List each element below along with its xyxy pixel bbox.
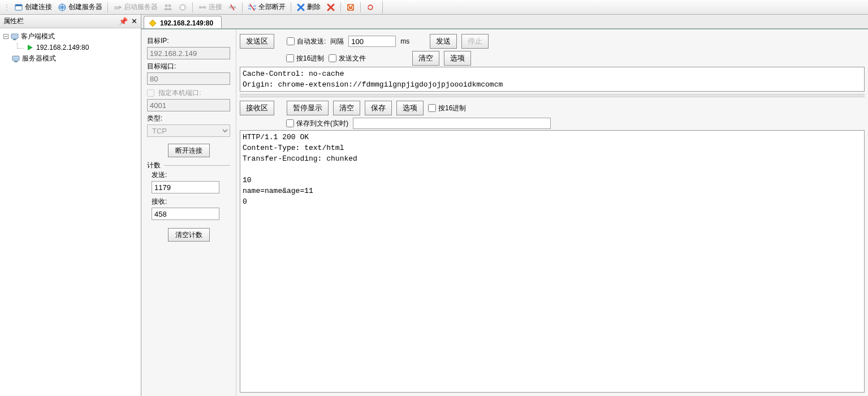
diamond-icon [149,19,157,27]
svg-rect-11 [201,7,204,8]
users-button[interactable] [161,2,175,13]
toolbar-divider [107,2,108,12]
toolbar-label: 创建连接 [25,2,52,12]
users-icon [163,3,172,12]
recv-save-file-checkbox[interactable]: 保存到文件(实时) [286,119,348,128]
disconnect-all-button[interactable]: 全部断开 [245,1,288,13]
power-button[interactable] [343,2,358,13]
pin-icon[interactable]: 📌 [119,17,128,25]
tree-label: 客户端模式 [21,32,55,41]
recv-pause-button[interactable]: 暂停显示 [287,101,329,115]
svg-rect-29 [13,39,16,40]
recv-save-button[interactable]: 保存 [365,101,392,115]
interval-label: 间隔 [330,37,344,46]
connection-properties: 目标IP: 目标端口: 指定本机端口: 类型: TCP 断开连接 计数 发送: [141,29,236,396]
tree-label: 192.168.2.149:80 [36,44,89,51]
receive-panel: 接收区 暂停显示 清空 保存 选项 按16进制 保存到文件(实时) [240,100,865,393]
tree-expander-icon[interactable]: − [3,34,8,39]
recv-options-button[interactable]: 选项 [396,101,424,115]
local-port-input [147,99,230,111]
svg-rect-16 [253,5,256,7]
svg-point-6 [169,4,171,7]
disconnect-all-icon [248,3,257,12]
svg-rect-3 [114,6,119,10]
target-port-input [147,72,230,85]
toolbar-label: 启动服务器 [124,2,158,12]
clear-counter-button[interactable]: 清空计数 [168,228,210,242]
tree-node-server-mode[interactable]: 服务器模式 [1,53,140,64]
tree-node-client-mode[interactable]: − 客户端模式 [1,31,140,42]
toolbar-divider [340,2,341,12]
sidebar-title: 属性栏 [3,16,24,26]
play-icon [26,44,34,51]
target-port-label: 目标端口: [147,62,230,71]
toolbar-label: 删除 [307,2,321,12]
interval-unit: ms [400,37,409,45]
create-connection-icon [14,3,23,12]
target-ip-input [147,47,230,59]
send-hex-checkbox[interactable]: 按16进制 [286,54,324,63]
stop-icon-button[interactable] [175,2,190,13]
delete-button[interactable]: 删除 [293,1,323,13]
send-file-checkbox[interactable]: 发送文件 [329,54,366,63]
disconnect-button[interactable]: 断开连接 [168,144,210,157]
send-options-button[interactable]: 选项 [444,51,471,66]
send-count-input[interactable] [152,181,219,193]
toolbar-divider [242,2,243,12]
computer-icon [12,55,20,63]
svg-rect-13 [233,6,236,8]
toolbar-divider [192,2,193,12]
target-ip-label: 目标IP: [147,36,230,46]
tab-strip: 192.168.2.149:80 [141,15,868,29]
stop-circle-icon [178,3,187,12]
send-button[interactable]: 发送 [430,34,457,49]
close-icon[interactable]: ✕ [131,17,137,25]
send-clear-button[interactable]: 清空 [412,51,439,66]
tab-connection[interactable]: 192.168.2.149:80 [144,16,222,28]
interval-input[interactable] [348,36,396,47]
tree-label: 服务器模式 [22,54,56,63]
type-select: TCP [147,124,230,137]
connect-button[interactable]: 连接 [195,1,225,13]
grip-icon: ⋮ [2,3,11,11]
tree-node-connection[interactable]: 192.168.2.149:80 [1,42,140,53]
counter-legend: 计数 [147,161,164,170]
svg-marker-4 [119,6,122,9]
recv-textarea[interactable] [240,130,865,393]
horizontal-splitter[interactable] [240,94,865,97]
auto-send-checkbox[interactable]: 自动发送: [287,37,326,46]
type-label: 类型: [147,114,230,123]
recv-section-button[interactable]: 接收区 [240,101,274,115]
local-port-label: 指定本机端口: [158,89,201,97]
start-server-button[interactable]: 启动服务器 [110,1,161,13]
computer-icon [11,33,19,41]
send-section-button[interactable]: 发送区 [240,34,274,49]
main-toolbar: ⋮ 创建连接 创建服务器 启动服务器 连接 [0,0,868,15]
delete-all-button[interactable] [323,2,338,13]
recv-hex-checkbox[interactable]: 按16进制 [428,104,466,113]
sidebar-header: 属性栏 📌 ✕ [0,15,141,28]
svg-rect-28 [11,34,18,38]
toolbar-label: 全部断开 [258,2,286,12]
create-server-button[interactable]: 创建服务器 [55,1,105,13]
toolbar-divider [291,2,291,12]
svg-line-19 [250,4,254,11]
create-connection-button[interactable]: 创建连接 [11,1,55,13]
svg-marker-30 [28,45,33,50]
recv-count-label: 接收: [152,197,230,206]
send-textarea[interactable] [240,67,865,92]
recv-file-path-input[interactable] [353,118,551,129]
toolbar-label: 连接 [209,2,222,12]
recv-clear-button[interactable]: 清空 [333,101,360,115]
svg-rect-8 [181,6,184,9]
svg-rect-12 [229,6,232,8]
play-server-icon [113,3,122,12]
power-icon [346,3,355,12]
disconnect-icon [228,3,237,12]
recv-count-input[interactable] [152,208,219,220]
disconnect-single-button[interactable] [225,2,240,13]
svg-marker-33 [149,20,156,27]
svg-rect-17 [248,8,251,10]
refresh-button[interactable] [363,2,378,13]
refresh-icon [366,3,375,12]
